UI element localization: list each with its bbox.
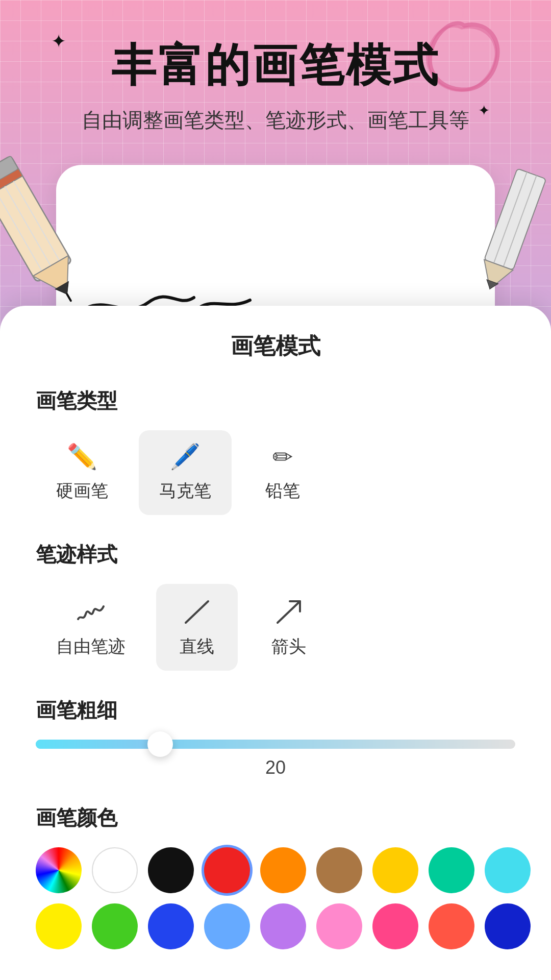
stroke-line[interactable]: 直线: [156, 584, 238, 671]
marker-brush-icon: 🖊️: [170, 443, 201, 471]
bottom-panel: 画笔模式 画笔类型 ✏️ 硬画笔 🖊️ 马克笔 ✏ 铅笔 笔迹样式: [0, 306, 551, 980]
stroke-free[interactable]: 自由笔迹: [36, 584, 146, 671]
svg-line-15: [186, 601, 208, 623]
color-swatch-blue[interactable]: [148, 903, 194, 949]
color-swatch-red[interactable]: [204, 847, 250, 893]
brush-type-pencil[interactable]: ✏ 铅笔: [242, 430, 323, 515]
slider-track-filled: [36, 740, 160, 749]
color-swatch-white[interactable]: [92, 847, 138, 893]
arrow-stroke-icon: [273, 596, 304, 627]
color-row-1: [36, 847, 515, 893]
color-label: 画笔颜色: [36, 804, 515, 832]
page: ✦ ✦ 丰富的画笔模式 自由调整画笔类型、笔迹形式、画笔工具等: [0, 0, 551, 980]
color-swatch-yellow[interactable]: [372, 847, 418, 893]
pencil-brush-label: 铅笔: [265, 479, 300, 503]
stroke-style-label: 笔迹样式: [36, 541, 515, 569]
stroke-arrow[interactable]: 箭头: [248, 584, 330, 671]
arrow-stroke-label: 箭头: [271, 635, 306, 658]
slider-thumb[interactable]: [147, 731, 173, 757]
stroke-style-row: 自由笔迹 直线 箭头: [36, 584, 515, 671]
color-swatch-hotpink[interactable]: [372, 903, 418, 949]
subtitle: 自由调整画笔类型、笔迹形式、画笔工具等: [82, 106, 469, 134]
color-swatch-rainbow[interactable]: [36, 847, 82, 893]
slider-track[interactable]: [36, 740, 515, 749]
color-swatch-purple[interactable]: [260, 903, 306, 949]
color-swatch-yellow2[interactable]: [36, 903, 82, 949]
line-stroke-icon: [182, 596, 212, 627]
main-title: 丰富的画笔模式: [82, 41, 469, 90]
color-grid: [36, 847, 515, 949]
color-swatch-black[interactable]: [148, 847, 194, 893]
slider-value: 20: [36, 757, 515, 778]
color-section: 画笔颜色: [36, 804, 515, 949]
pencil-brush-icon: ✏: [272, 443, 293, 471]
hard-brush-icon: ✏️: [67, 443, 97, 471]
free-stroke-icon: [76, 596, 106, 627]
brush-type-label: 画笔类型: [36, 387, 515, 415]
color-swatch-orange[interactable]: [260, 847, 306, 893]
svg-rect-10: [484, 168, 546, 270]
svg-line-16: [278, 601, 300, 623]
brush-type-hard[interactable]: ✏️ 硬画笔: [36, 430, 129, 515]
panel-title: 画笔模式: [36, 331, 515, 361]
color-swatch-brown[interactable]: [316, 847, 362, 893]
color-row-2: [36, 903, 515, 949]
color-swatch-lightblue[interactable]: [204, 903, 250, 949]
color-swatch-darkblue[interactable]: [485, 903, 531, 949]
brush-size-slider-container: [36, 740, 515, 749]
svg-line-9: [67, 294, 71, 301]
color-swatch-green[interactable]: [92, 903, 138, 949]
brush-size-label: 画笔粗细: [36, 696, 515, 724]
marker-brush-label: 马克笔: [159, 479, 211, 503]
color-swatch-coral[interactable]: [429, 903, 474, 949]
color-swatch-cyan[interactable]: [485, 847, 531, 893]
header: 丰富的画笔模式 自由调整画笔类型、笔迹形式、画笔工具等: [51, 41, 500, 134]
hard-brush-label: 硬画笔: [56, 479, 108, 503]
color-swatch-pink[interactable]: [316, 903, 362, 949]
brush-size-section: 画笔粗细 20: [36, 696, 515, 778]
brush-type-row: ✏️ 硬画笔 🖊️ 马克笔 ✏ 铅笔: [36, 430, 515, 515]
line-stroke-label: 直线: [180, 635, 214, 658]
free-stroke-label: 自由笔迹: [56, 635, 126, 658]
color-swatch-teal[interactable]: [429, 847, 474, 893]
brush-type-marker[interactable]: 🖊️ 马克笔: [139, 430, 232, 515]
